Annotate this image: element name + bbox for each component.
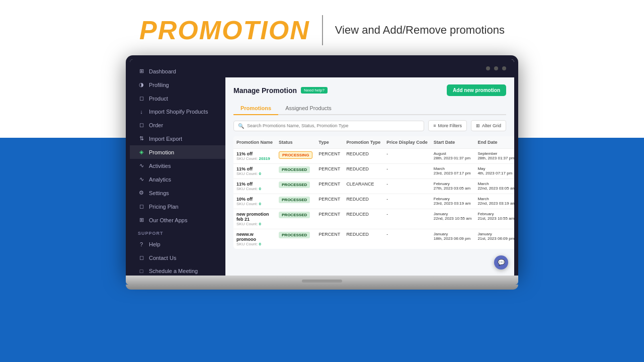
top-bar	[225, 59, 514, 77]
cell-promo-type-5: REDUCED	[343, 229, 383, 249]
cell-end-date-2: March22nd, 2023 03:05 am	[474, 179, 514, 194]
cell-price-code-5: -	[383, 229, 431, 249]
table-row: 11% off SKU Count: 20319 PROCESSING PERC…	[233, 149, 514, 164]
more-filters-button[interactable]: ≡ More Filters	[428, 120, 467, 131]
promotion-icon: ◈	[138, 149, 145, 155]
cell-promo-type-2: CLEARANCE	[343, 179, 383, 194]
search-input[interactable]	[247, 123, 420, 128]
laptop-screen: ⊞ Dashboard ◑ Profiling ◻ Product ↓	[130, 59, 514, 276]
help-icon: ?	[138, 241, 145, 247]
laptop-frame: ⊞ Dashboard ◑ Profiling ◻ Product ↓	[126, 55, 518, 290]
sidebar-item-import-export[interactable]: ⇅ Import Export	[130, 132, 225, 145]
cell-start-date-2: February27th, 2023 03:05 am	[431, 179, 475, 194]
sidebar-item-settings[interactable]: ⚙ Settings	[130, 186, 225, 200]
header-divider	[322, 15, 323, 45]
sidebar-item-dashboard[interactable]: ⊞ Dashboard	[130, 64, 225, 78]
cell-end-date-0: September28th, 2023 01:37 pm	[474, 149, 514, 164]
sidebar-item-contact[interactable]: ◻ Contact Us	[130, 251, 225, 264]
pricing-icon: ◻	[138, 203, 145, 210]
add-promotion-button[interactable]: Add new promotion	[447, 84, 506, 96]
tab-assigned-products[interactable]: Assigned Products	[278, 102, 339, 115]
laptop-foot	[126, 285, 518, 290]
cell-price-code-0: -	[383, 149, 431, 164]
laptop-notch	[302, 280, 342, 283]
top-bar-dot3	[502, 66, 506, 70]
cell-price-code-1: -	[383, 164, 431, 179]
col-start-date: Start Date	[431, 136, 475, 149]
cell-start-date-5: January18th, 2023 06:09 pm	[431, 229, 475, 249]
schedule-icon: □	[138, 268, 145, 274]
col-end-date: End Date	[474, 136, 514, 149]
main-content: Manage Promotion Need help? Add new prom…	[225, 59, 514, 276]
search-icon: 🔍	[238, 123, 244, 129]
search-filter-row: 🔍 ≡ More Filters ⊞ Alter Grid	[233, 120, 506, 131]
cell-name-5: neww.w promooo SKU Count: 0	[233, 229, 276, 249]
table-row: 11% off SKU Count: 0 PROCESSED PERCENT C…	[233, 179, 514, 194]
tabs-row: Promotions Assigned Products	[233, 102, 506, 115]
support-label: SUPPORT	[130, 227, 225, 238]
laptop-base	[126, 276, 518, 285]
import-shopify-icon: ↓	[138, 109, 145, 115]
cell-status-0: PROCESSING	[276, 149, 315, 164]
cell-type-5: PERCENT	[315, 229, 343, 249]
sidebar-item-profiling[interactable]: ◑ Profiling	[130, 78, 225, 92]
cell-price-code-2: -	[383, 179, 431, 194]
sidebar-item-help[interactable]: ? Help	[130, 238, 225, 251]
sidebar-item-activities[interactable]: ∿ Activities	[130, 159, 225, 172]
cell-name-1: 11% off SKU Count: 0	[233, 164, 276, 179]
chat-button[interactable]: 💬	[494, 255, 508, 269]
filter-icon: ≡	[433, 123, 436, 128]
cell-end-date-1: May4th, 2023 07:17 pm	[474, 164, 514, 179]
manage-header: Manage Promotion Need help? Add new prom…	[233, 84, 506, 96]
cell-status-3: PROCESSED	[276, 194, 315, 209]
search-box: 🔍	[233, 121, 424, 131]
cell-price-code-3: -	[383, 194, 431, 209]
cell-name-4: new promotion feb 21 SKU Count: 0	[233, 209, 276, 229]
promotions-table: Promotion Name Status Type Promotion Typ…	[233, 136, 514, 249]
table-row: 10% off SKU Count: 0 PROCESSED PERCENT R…	[233, 194, 514, 209]
table-row: 11% off SKU Count: 0 PROCESSED PERCENT R…	[233, 164, 514, 179]
cell-name-0: 11% off SKU Count: 20319	[233, 149, 276, 164]
page-header: PROMOTION View and Add/Remove promotions	[0, 0, 644, 55]
cell-promo-type-0: REDUCED	[343, 149, 383, 164]
cell-end-date-3: March22nd, 2023 03:19 am	[474, 194, 514, 209]
import-export-icon: ⇅	[138, 135, 145, 142]
cell-price-code-4: -	[383, 209, 431, 229]
cell-status-1: PROCESSED	[276, 164, 315, 179]
sidebar-item-promotion[interactable]: ◈ Promotion	[130, 145, 225, 159]
cell-start-date-0: August28th, 2023 01:37 pm	[431, 149, 475, 164]
col-price-display-code: Price Display Code	[383, 136, 431, 149]
sidebar-item-analytics[interactable]: ∿ Analytics	[130, 172, 225, 186]
cell-status-5: PROCESSED	[276, 229, 315, 249]
cell-promo-type-4: REDUCED	[343, 209, 383, 229]
sidebar-item-product[interactable]: ◻ Product	[130, 92, 225, 105]
sidebar-item-import-shopify[interactable]: ↓ Import Shopify Products	[130, 105, 225, 118]
cell-type-4: PERCENT	[315, 209, 343, 229]
table-row: new promotion feb 21 SKU Count: 0 PROCES…	[233, 209, 514, 229]
activities-icon: ∿	[138, 162, 145, 169]
col-promotion-name: Promotion Name	[233, 136, 276, 149]
sidebar-item-schedule[interactable]: □ Schedule a Meeting	[130, 264, 225, 276]
cell-status-4: PROCESSED	[276, 209, 315, 229]
alter-grid-button[interactable]: ⊞ Alter Grid	[471, 120, 506, 131]
cell-name-3: 10% off SKU Count: 0	[233, 194, 276, 209]
cell-name-2: 11% off SKU Count: 0	[233, 179, 276, 194]
header-subtitle: View and Add/Remove promotions	[335, 24, 505, 37]
screen-bezel: ⊞ Dashboard ◑ Profiling ◻ Product ↓	[126, 55, 518, 276]
order-icon: ◻	[138, 122, 145, 128]
cell-type-2: PERCENT	[315, 179, 343, 194]
content-area: Manage Promotion Need help? Add new prom…	[225, 77, 514, 276]
page-title: PROMOTION	[139, 15, 310, 45]
sidebar-item-order[interactable]: ◻ Order	[130, 118, 225, 132]
cell-type-1: PERCENT	[315, 164, 343, 179]
grid-icon: ⊞	[476, 123, 480, 128]
contact-icon: ◻	[138, 254, 145, 261]
sidebar-item-other-apps[interactable]: ⊞ Our Other Apps	[130, 213, 225, 227]
cell-promo-type-3: REDUCED	[343, 194, 383, 209]
table-row: neww.w promooo SKU Count: 0 PROCESSED PE…	[233, 229, 514, 249]
profiling-icon: ◑	[138, 81, 145, 88]
need-help-badge[interactable]: Need help?	[301, 87, 328, 94]
col-promotion-type: Promotion Type	[343, 136, 383, 149]
tab-promotions[interactable]: Promotions	[233, 102, 278, 115]
sidebar-item-pricing-plan[interactable]: ◻ Pricing Plan	[130, 200, 225, 213]
